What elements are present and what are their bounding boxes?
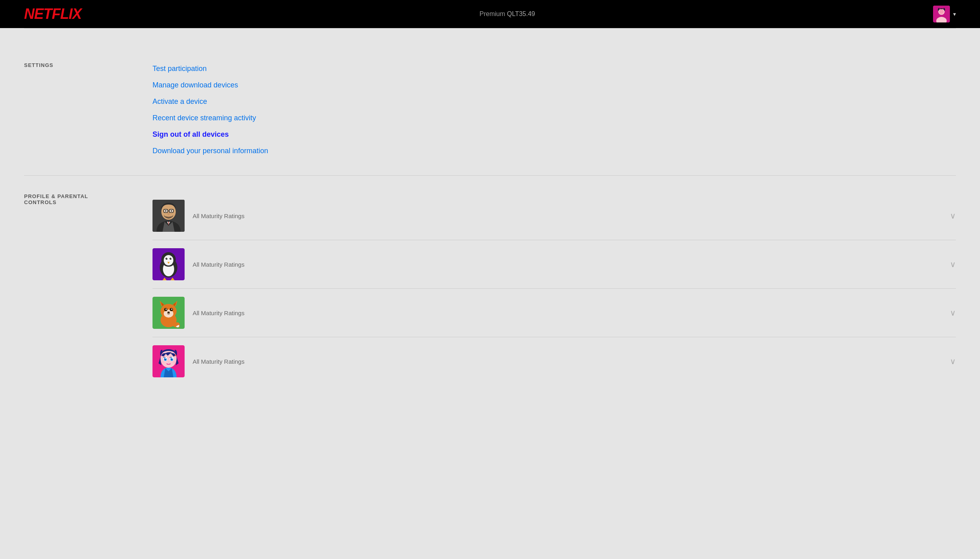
svg-point-22: [170, 258, 172, 260]
svg-point-44: [161, 361, 165, 363]
profile-parental-section: PROFILE & PARENTALCONTROLS: [24, 176, 956, 385]
manage-download-devices-link[interactable]: Manage download devices: [152, 77, 956, 93]
profile-info-4: All Maturity Ratings: [185, 358, 950, 365]
profile-item-3[interactable]: All Maturity Ratings ∨: [152, 289, 956, 337]
settings-links-list: Test participation Manage download devic…: [152, 61, 956, 159]
profiles-list: All Maturity Ratings ∨: [152, 192, 956, 385]
test-participation-link[interactable]: Test participation: [152, 61, 956, 77]
profile-item-2[interactable]: All Maturity Ratings ∨: [152, 240, 956, 289]
svg-point-33: [167, 312, 170, 313]
profile-avatar-2: [152, 248, 185, 280]
svg-point-18: [164, 255, 173, 265]
settings-section: SETTINGS Test participation Manage downl…: [24, 45, 956, 176]
profile-chevron-2: ∨: [950, 259, 956, 269]
svg-point-42: [165, 358, 166, 359]
sign-out-all-devices-link[interactable]: Sign out of all devices: [152, 126, 956, 143]
header-right: ▾: [933, 6, 956, 22]
svg-point-9: [165, 210, 167, 212]
profile-rating-4: All Maturity Ratings: [193, 358, 950, 365]
plan-price-link[interactable]: QLT35.49: [507, 10, 535, 17]
user-menu-chevron[interactable]: ▾: [953, 11, 956, 17]
svg-point-10: [171, 210, 172, 212]
activate-device-link[interactable]: Activate a device: [152, 93, 956, 110]
profile-chevron-4: ∨: [950, 356, 956, 366]
svg-point-24: [171, 258, 171, 259]
header: NETFLIX Premium QLT35.49 ▾: [0, 0, 980, 28]
profile-info-3: All Maturity Ratings: [185, 310, 950, 316]
profile-rating-1: All Maturity Ratings: [193, 213, 950, 219]
profile-rating-3: All Maturity Ratings: [193, 310, 950, 316]
svg-point-45: [173, 361, 176, 363]
profile-info-1: All Maturity Ratings: [185, 213, 950, 219]
plan-label: Premium: [480, 10, 505, 17]
svg-point-23: [167, 258, 167, 259]
settings-label: SETTINGS: [24, 61, 152, 159]
profile-item-1[interactable]: All Maturity Ratings ∨: [152, 192, 956, 240]
profile-item-4[interactable]: All Maturity Ratings ∨: [152, 337, 956, 385]
profile-rating-2: All Maturity Ratings: [193, 261, 950, 268]
main-content: SETTINGS Test participation Manage downl…: [0, 28, 980, 401]
profile-info-2: All Maturity Ratings: [185, 261, 950, 268]
user-avatar[interactable]: [933, 6, 950, 22]
svg-point-43: [172, 358, 173, 359]
svg-point-32: [171, 309, 173, 310]
svg-point-31: [166, 309, 167, 310]
plan-info: Premium QLT35.49: [480, 10, 535, 18]
svg-point-21: [166, 258, 168, 260]
profile-chevron-1: ∨: [950, 211, 956, 221]
download-personal-info-link[interactable]: Download your personal information: [152, 143, 956, 159]
profile-avatar-4: [152, 345, 185, 377]
netflix-logo[interactable]: NETFLIX: [24, 6, 81, 22]
profile-chevron-3: ∨: [950, 308, 956, 318]
profile-avatar-1: [152, 200, 185, 232]
profile-avatar-3: [152, 297, 185, 329]
svg-point-3: [939, 9, 944, 14]
profile-parental-label: PROFILE & PARENTALCONTROLS: [24, 192, 152, 385]
recent-device-streaming-link[interactable]: Recent device streaming activity: [152, 110, 956, 126]
